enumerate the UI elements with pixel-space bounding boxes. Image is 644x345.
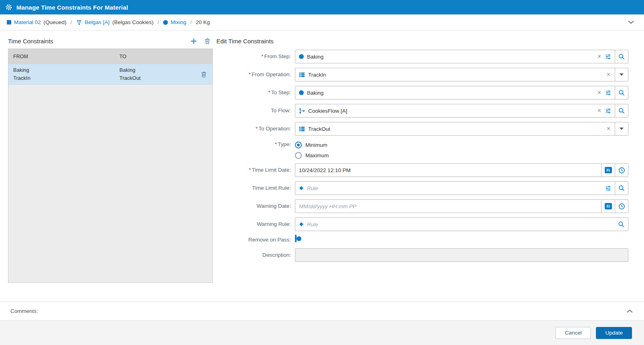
form-row-to-operation: *To Operation: TrackOut × [216, 122, 628, 136]
search-icon [618, 53, 625, 60]
form-row-warning-date: Warning Date: 31 [216, 199, 628, 213]
material-icon [7, 20, 11, 24]
type-option-maximum[interactable]: Maximum [295, 152, 329, 159]
to-flow-label: To Flow: [216, 104, 295, 117]
trash-icon [201, 71, 207, 78]
rule-icon [299, 222, 304, 227]
caret-down-icon [620, 128, 624, 130]
time-limit-rule-search-button[interactable] [615, 181, 628, 195]
form-row-from-operation: *From Operation: TrackIn × [216, 68, 628, 81]
filter-icon[interactable] [605, 90, 611, 96]
clear-icon[interactable]: × [606, 126, 611, 132]
rule-icon [299, 186, 304, 191]
required-marker: * [268, 89, 270, 95]
calendar-icon: 31 [605, 203, 612, 209]
breadcrumb-quantity: 20 Kg [196, 19, 210, 25]
from-step-value: Baking [307, 54, 594, 60]
from-operation-dropdown-button[interactable] [615, 68, 628, 81]
table-row[interactable]: Baking TrackIn Baking TrackOut [8, 64, 212, 85]
breadcrumb-flow-link[interactable]: Belgas [A] [85, 19, 110, 25]
delete-constraint-button[interactable] [204, 38, 210, 45]
from-step-search-button[interactable] [615, 50, 628, 63]
type-minimum-label: Minimum [305, 142, 327, 148]
warning-date-time-button[interactable] [615, 199, 628, 213]
warning-date-input[interactable] [299, 203, 598, 209]
warning-date-label: Warning Date: [216, 200, 295, 213]
collapse-header-button[interactable] [628, 20, 637, 24]
required-marker: * [275, 141, 277, 147]
from-operation-field[interactable]: TrackIn × [295, 68, 615, 81]
clear-icon[interactable]: × [597, 53, 602, 60]
time-limit-date-time-button[interactable] [615, 163, 628, 177]
to-operation-value: TrackOut [308, 126, 603, 132]
step-icon [163, 20, 168, 25]
warning-date-field[interactable]: 31 [295, 199, 615, 213]
radio-selected-icon[interactable] [295, 142, 302, 148]
to-operation-field[interactable]: TrackOut × [295, 122, 615, 136]
clear-icon[interactable]: × [597, 108, 602, 114]
time-limit-date-input[interactable] [299, 167, 598, 173]
to-flow-search-button[interactable] [615, 104, 628, 118]
required-marker: * [256, 126, 258, 132]
filter-icon[interactable] [605, 54, 611, 60]
operation-icon [299, 72, 305, 78]
row-delete-button[interactable] [201, 71, 207, 78]
column-header-to[interactable]: TO [115, 54, 195, 59]
clear-icon[interactable]: × [606, 71, 611, 78]
breadcrumb-step-link[interactable]: Mixing [171, 19, 186, 25]
breadcrumb: Material 02 (Queued) / Belgas [A] (Belga… [0, 14, 644, 30]
description-label: Description: [216, 249, 295, 262]
toggle-knob [297, 236, 301, 241]
filter-icon[interactable] [605, 108, 611, 114]
breadcrumb-flow-desc: (Belgas Cookies) [112, 19, 153, 25]
filter-icon[interactable] [605, 185, 611, 191]
form-row-to-flow: To Flow: CookiesFlow [A] × [216, 104, 628, 118]
add-constraint-button[interactable] [190, 38, 197, 45]
time-limit-date-field[interactable]: 31 [295, 163, 615, 177]
breadcrumb-material-status: (Queued) [44, 19, 67, 25]
step-icon [299, 90, 304, 95]
search-icon[interactable] [618, 221, 624, 227]
type-maximum-label: Maximum [305, 152, 329, 158]
time-limit-rule-placeholder: Rule [307, 185, 602, 191]
required-marker: * [249, 167, 251, 173]
to-step-search-button[interactable] [615, 86, 628, 99]
warning-rule-field[interactable]: Rule [295, 217, 628, 231]
breadcrumb-material-link[interactable]: Material 02 [14, 19, 41, 25]
clock-icon [618, 203, 625, 210]
row-to-step: Baking [119, 66, 195, 74]
comments-collapse-button[interactable] [627, 309, 634, 313]
to-operation-dropdown-button[interactable] [615, 122, 628, 136]
to-flow-value: CookiesFlow [A] [308, 108, 594, 114]
description-input[interactable] [295, 248, 628, 262]
panel-title: Time Constraints [8, 38, 53, 45]
row-to-operation: TrackOut [119, 74, 195, 82]
to-step-field[interactable]: Baking × [295, 86, 615, 99]
search-icon [618, 89, 625, 96]
breadcrumb-separator: / [157, 19, 159, 25]
to-operation-label: *To Operation: [216, 122, 295, 135]
comments-section: Comments: [0, 302, 644, 320]
update-button[interactable]: Update [596, 327, 632, 339]
from-step-field[interactable]: Baking × [295, 50, 615, 63]
type-option-minimum[interactable]: Minimum [295, 142, 329, 148]
from-operation-value: TrackIn [308, 72, 603, 78]
plus-icon [190, 38, 197, 45]
form-row-type: *Type: Minimum Maximum [216, 140, 628, 159]
required-marker: * [261, 53, 263, 59]
operation-icon [299, 126, 305, 132]
remove-on-pass-toggle[interactable] [295, 235, 297, 242]
cancel-button[interactable]: Cancel [555, 327, 591, 339]
column-header-from[interactable]: FROM [8, 54, 115, 59]
chevron-up-icon [627, 309, 633, 313]
time-limit-rule-field[interactable]: Rule [295, 181, 615, 195]
breadcrumb-separator: / [71, 19, 72, 25]
required-marker: * [248, 71, 250, 77]
time-limit-rule-label: Time Limit Rule: [216, 182, 295, 195]
time-limit-date-calendar-button[interactable]: 31 [601, 164, 615, 177]
to-flow-field[interactable]: CookiesFlow [A] × [295, 104, 615, 118]
form-row-from-step: *From Step: Baking × [216, 50, 628, 63]
clear-icon[interactable]: × [597, 89, 602, 96]
warning-date-calendar-button[interactable]: 31 [601, 200, 615, 213]
radio-unselected-icon[interactable] [295, 152, 302, 159]
